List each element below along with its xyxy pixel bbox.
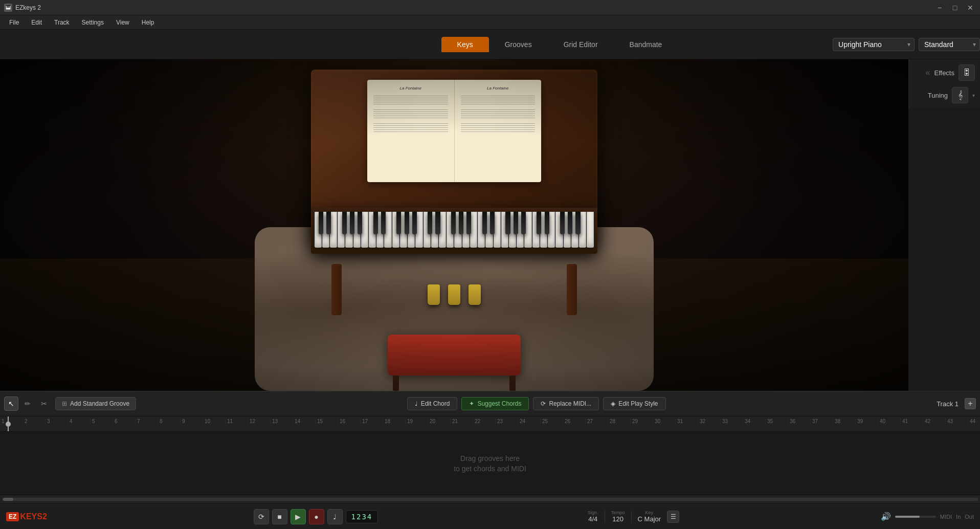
- ruler-mark-10: 10: [203, 418, 225, 424]
- tab-grid-editor[interactable]: Grid Editor: [548, 37, 614, 52]
- edit-chord-button[interactable]: ♩ Edit Chord: [407, 397, 458, 410]
- play-button[interactable]: ▶: [291, 509, 306, 524]
- scroll-track[interactable]: [2, 498, 978, 501]
- suggest-chords-button[interactable]: ✦ Suggest Chords: [461, 397, 529, 410]
- select-tool-icon: ↖: [8, 400, 14, 408]
- ruler-mark-22: 22: [473, 418, 495, 424]
- white-key[interactable]: [408, 212, 415, 248]
- white-key[interactable]: [494, 212, 501, 248]
- edit-play-style-button[interactable]: ◈ Edit Play Style: [603, 397, 665, 410]
- replace-midi-button[interactable]: ⟳ Replace MIDI...: [533, 397, 599, 410]
- pedal-left[interactable]: [428, 284, 440, 305]
- menu-help[interactable]: Help: [137, 18, 160, 27]
- white-key[interactable]: [555, 212, 563, 248]
- white-key[interactable]: [548, 212, 555, 248]
- white-key[interactable]: [501, 212, 508, 248]
- key-label: Key: [645, 510, 654, 515]
- scissors-tool-button[interactable]: ✂: [37, 396, 51, 411]
- ruler-mark-36: 36: [788, 418, 810, 424]
- ruler-mark-26: 26: [563, 418, 585, 424]
- white-keys[interactable]: [314, 212, 594, 248]
- white-key[interactable]: [376, 212, 384, 248]
- ruler-mark-5: 5: [90, 418, 113, 424]
- white-key[interactable]: [345, 212, 352, 248]
- white-key[interactable]: [579, 212, 586, 248]
- white-key[interactable]: [454, 212, 461, 248]
- white-key[interactable]: [532, 212, 540, 248]
- sheet-page-right: La Fontaine: [455, 80, 542, 182]
- tab-keys[interactable]: Keys: [441, 37, 489, 52]
- tab-bandmate[interactable]: Bandmate: [614, 37, 678, 52]
- white-key[interactable]: [415, 212, 422, 248]
- bench-leg-left: [393, 376, 399, 391]
- menu-view[interactable]: View: [111, 18, 135, 27]
- maximize-button[interactable]: □: [949, 2, 961, 13]
- add-track-button[interactable]: +: [965, 398, 976, 409]
- minimize-button[interactable]: −: [934, 2, 945, 13]
- white-key[interactable]: [587, 212, 594, 248]
- instrument-selector[interactable]: Upright Piano: [833, 38, 915, 51]
- ruler-mark-13: 13: [270, 418, 293, 424]
- white-key[interactable]: [369, 212, 376, 248]
- ruler-mark-7: 7: [135, 418, 158, 424]
- white-key[interactable]: [400, 212, 407, 248]
- white-key[interactable]: [564, 212, 571, 248]
- white-key[interactable]: [447, 212, 454, 248]
- side-tuning-row[interactable]: Tuning 𝄞 ▾: [909, 85, 980, 105]
- white-key[interactable]: [571, 212, 578, 248]
- white-key[interactable]: [524, 212, 531, 248]
- signature-group: Sign. 4/4: [588, 510, 598, 523]
- metronome-button[interactable]: ♩: [327, 509, 343, 524]
- transport-settings-icon: ☰: [671, 513, 676, 520]
- white-key[interactable]: [384, 212, 391, 248]
- white-key[interactable]: [322, 212, 329, 248]
- volume-slider[interactable]: [895, 516, 936, 518]
- white-key[interactable]: [424, 212, 431, 248]
- tab-grooves[interactable]: Grooves: [489, 37, 548, 52]
- pedal-right[interactable]: [469, 284, 481, 305]
- pedal-center[interactable]: [448, 284, 460, 305]
- scroll-thumb[interactable]: [3, 498, 13, 501]
- tuning-icon-box: 𝄞: [952, 87, 968, 103]
- timeline-track[interactable]: Drag grooves here to get chords and MIDI: [0, 432, 980, 495]
- ruler-numbers: 1 2 3 4 5 6 7 8 9 10 11 12 13 14 15 16 1…: [0, 416, 980, 431]
- white-key[interactable]: [470, 212, 477, 248]
- add-groove-button[interactable]: ⊞ Add Standard Groove: [55, 397, 136, 410]
- record-button[interactable]: ●: [309, 509, 324, 524]
- timeline-scrollbar[interactable]: [0, 495, 980, 503]
- white-key[interactable]: [485, 212, 493, 248]
- white-key[interactable]: [478, 212, 485, 248]
- signature-value: 4/4: [588, 515, 597, 523]
- side-effects-row[interactable]: « Effects 🎛: [909, 62, 980, 83]
- loop-button[interactable]: ⟳: [254, 509, 269, 524]
- stop-button[interactable]: ■: [272, 509, 287, 524]
- menu-track[interactable]: Track: [49, 18, 75, 27]
- add-groove-label: Add Standard Groove: [70, 400, 129, 407]
- pencil-tool-button[interactable]: ✏: [20, 396, 35, 411]
- white-key[interactable]: [462, 212, 470, 248]
- transport-settings-button[interactable]: ☰: [667, 511, 679, 523]
- sheet-music: La Fontaine: [367, 80, 541, 182]
- preset-selector[interactable]: Standard: [919, 38, 980, 51]
- white-key[interactable]: [509, 212, 516, 248]
- white-key[interactable]: [361, 212, 368, 248]
- ruler-mark-32: 32: [698, 418, 720, 424]
- white-key[interactable]: [439, 212, 446, 248]
- white-key[interactable]: [353, 212, 361, 248]
- white-key[interactable]: [315, 212, 322, 248]
- close-button[interactable]: ✕: [965, 2, 976, 13]
- menu-edit[interactable]: Edit: [26, 18, 47, 27]
- instrument-selector-wrapper[interactable]: Upright Piano: [833, 38, 915, 51]
- white-key[interactable]: [392, 212, 399, 248]
- white-key[interactable]: [540, 212, 547, 248]
- white-key[interactable]: [431, 212, 438, 248]
- piano-leg-left: [331, 264, 342, 315]
- select-tool-button[interactable]: ↖: [4, 396, 18, 411]
- menu-settings[interactable]: Settings: [77, 18, 109, 27]
- white-key[interactable]: [330, 212, 337, 248]
- white-key[interactable]: [338, 212, 345, 248]
- white-key[interactable]: [517, 212, 524, 248]
- preset-selector-wrapper[interactable]: Standard: [919, 38, 980, 51]
- menu-file[interactable]: File: [4, 18, 24, 27]
- ruler-mark-41: 41: [900, 418, 923, 424]
